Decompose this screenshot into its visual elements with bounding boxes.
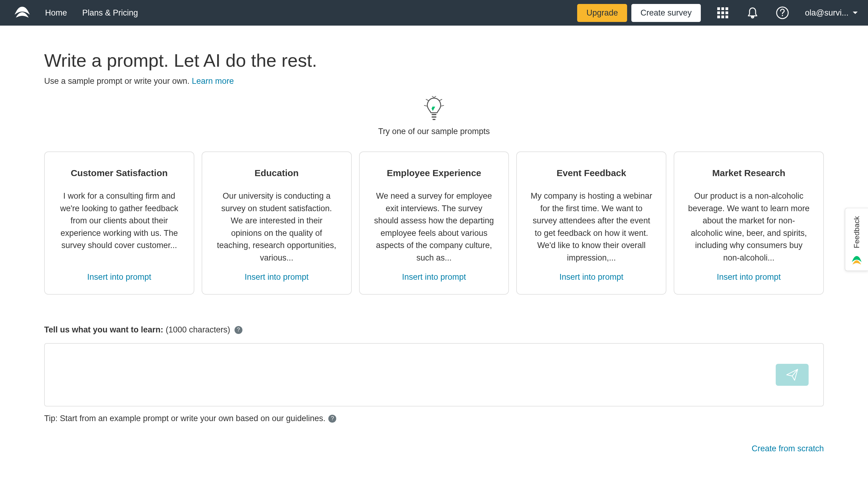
card-event-feedback: Event Feedback My company is hosting a w…: [516, 151, 666, 295]
help-tooltip-icon[interactable]: ?: [328, 415, 336, 423]
card-market-research: Market Research Our product is a non-alc…: [674, 151, 824, 295]
create-survey-button[interactable]: Create survey: [631, 4, 701, 22]
user-menu[interactable]: ola@survi...: [805, 8, 859, 18]
paper-plane-icon: [785, 368, 799, 382]
svg-rect-7: [721, 16, 724, 18]
apps-grid-icon[interactable]: [715, 5, 730, 20]
insert-prompt-link[interactable]: Insert into prompt: [688, 272, 810, 282]
card-description: I work for a consulting firm and we're l…: [58, 190, 180, 264]
create-from-scratch-link[interactable]: Create from scratch: [44, 444, 824, 453]
insert-prompt-link[interactable]: Insert into prompt: [530, 272, 652, 282]
card-description: We need a survey for employee exit inter…: [373, 190, 495, 264]
prompt-input-container: [44, 343, 824, 407]
page-title: Write a prompt. Let AI do the rest.: [44, 50, 824, 71]
notifications-icon[interactable]: [745, 5, 760, 20]
card-description: Our product is a non-alcoholic beverage.…: [688, 190, 810, 264]
card-education: Education Our university is conducting a…: [202, 151, 352, 295]
svg-rect-3: [717, 11, 720, 14]
page-subtitle: Use a sample prompt or write your own. L…: [44, 77, 824, 86]
card-employee-experience: Employee Experience We need a survey for…: [359, 151, 509, 295]
sample-prompt-cards: Customer Satisfaction I work for a consu…: [44, 151, 824, 295]
send-prompt-button[interactable]: [776, 364, 809, 386]
card-description: Our university is conducting a survey on…: [216, 190, 338, 264]
prompt-label: Tell us what you want to learn:: [44, 325, 163, 335]
svg-rect-13: [432, 119, 436, 120]
lightbulb-graphic: [44, 95, 824, 122]
prompt-label-row: Tell us what you want to learn: (1000 ch…: [44, 325, 824, 335]
try-sample-label: Try one of our sample prompts: [44, 127, 824, 136]
feedback-tab-label: Feedback: [852, 216, 861, 248]
feedback-logo-icon: [850, 256, 863, 265]
nav-home[interactable]: Home: [45, 8, 67, 18]
prompt-textarea[interactable]: [45, 344, 823, 406]
card-title: Market Research: [688, 168, 810, 178]
svg-rect-6: [717, 16, 720, 18]
card-title: Customer Satisfaction: [58, 168, 180, 178]
chevron-down-icon: [851, 9, 859, 17]
svg-point-10: [782, 15, 783, 16]
prompt-tip-text: Tip: Start from an example prompt or wri…: [44, 414, 325, 423]
svg-rect-2: [725, 7, 728, 10]
insert-prompt-link[interactable]: Insert into prompt: [58, 272, 180, 282]
card-title: Employee Experience: [373, 168, 495, 178]
card-customer-satisfaction: Customer Satisfaction I work for a consu…: [44, 151, 194, 295]
top-header: Home Plans & Pricing Upgrade Create surv…: [0, 0, 868, 26]
help-tooltip-icon[interactable]: ?: [235, 326, 242, 334]
svg-rect-12: [432, 116, 436, 118]
main-content: Write a prompt. Let AI do the rest. Use …: [44, 26, 824, 453]
svg-rect-8: [725, 16, 728, 18]
user-label: ola@survi...: [805, 8, 848, 18]
feedback-tab[interactable]: Feedback: [845, 208, 868, 271]
svg-rect-11: [432, 114, 436, 115]
prompt-char-count: (1000 characters): [166, 325, 230, 335]
svg-rect-0: [717, 7, 720, 10]
card-description: My company is hosting a webinar for the …: [530, 190, 652, 264]
prompt-tip-row: Tip: Start from an example prompt or wri…: [44, 414, 824, 423]
upgrade-button[interactable]: Upgrade: [577, 4, 627, 22]
subtitle-text: Use a sample prompt or write your own.: [44, 77, 192, 86]
insert-prompt-link[interactable]: Insert into prompt: [373, 272, 495, 282]
card-title: Event Feedback: [530, 168, 652, 178]
svg-rect-4: [721, 11, 724, 14]
learn-more-link[interactable]: Learn more: [192, 77, 234, 86]
help-icon[interactable]: [775, 5, 790, 20]
card-title: Education: [216, 168, 338, 178]
nav-plans-pricing[interactable]: Plans & Pricing: [82, 8, 138, 18]
svg-rect-5: [725, 11, 728, 14]
brand-logo[interactable]: [13, 5, 32, 20]
insert-prompt-link[interactable]: Insert into prompt: [216, 272, 338, 282]
svg-rect-1: [721, 7, 724, 10]
